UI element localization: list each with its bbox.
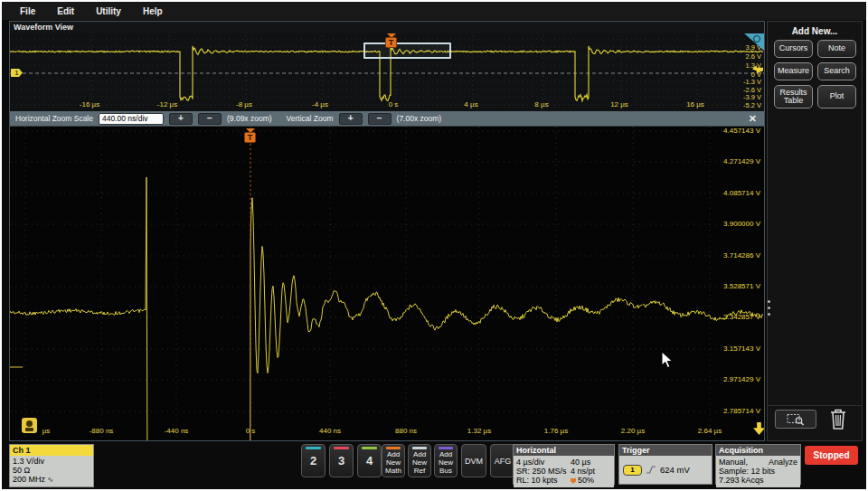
button-line: Add xyxy=(435,450,457,458)
dvm-button[interactable]: DVM xyxy=(461,444,486,477)
trigger-flag[interactable]: T xyxy=(244,132,256,143)
channel-color-stripe xyxy=(306,447,321,449)
overview-time-tick: -8 µs xyxy=(236,100,252,109)
button-line: Ref xyxy=(409,467,430,475)
trigger-badge[interactable]: Trigger 1 624 mV xyxy=(618,444,712,485)
acquisition-title: Acquisition xyxy=(716,445,800,456)
channel-buttons: 234 xyxy=(301,444,382,477)
v-zoom-plus-button[interactable]: + xyxy=(339,113,363,125)
main-time-tick: µs xyxy=(42,427,51,435)
channel-2-button[interactable]: 2 xyxy=(301,444,326,477)
main-volt-tick: 3.528571 V xyxy=(723,282,760,290)
expansion-point-icon xyxy=(571,478,576,484)
horizontal-badge[interactable]: Horizontal 4 µs/div40 µsSR: 250 MS/s4 ns… xyxy=(513,444,615,485)
acquisition-mode: Manual, xyxy=(719,458,748,467)
zoom-region-box[interactable] xyxy=(363,42,451,59)
sidebar-button-search[interactable]: Search xyxy=(817,62,856,80)
trigger-level: 624 mV xyxy=(660,465,690,475)
main-volt-tick: 3.714286 V xyxy=(723,251,760,260)
trash-button[interactable] xyxy=(827,406,849,431)
v-zoom-factor: (7.00x zoom) xyxy=(397,114,442,123)
overview-time-tick: -16 µs xyxy=(80,100,99,109)
overview-time-tick: 8 µs xyxy=(534,100,548,109)
trigger-title: Trigger xyxy=(619,445,712,456)
overview-time-tick: 4 µs xyxy=(464,100,477,109)
trigger-flag[interactable]: T xyxy=(385,37,397,48)
panel-splitter-handle[interactable] xyxy=(766,300,771,322)
horizontal-right-value: 50% xyxy=(571,476,611,485)
main-volt-tick: 2.785714 V xyxy=(723,407,760,415)
overview-time-tick: 16 µs xyxy=(686,100,704,109)
main-time-tick: 0 s xyxy=(246,427,256,435)
overview-volt-tick: -3.9 V xyxy=(743,93,761,101)
horizontal-zoom-scale-input[interactable] xyxy=(99,113,164,125)
main-volt-tick: 3.900000 V xyxy=(723,220,760,228)
channel-color-stripe xyxy=(362,447,377,449)
source-color-stripe xyxy=(439,447,453,449)
main-time-tick: 1.32 µs xyxy=(467,427,491,435)
horizontal-left-value: 4 µs/div xyxy=(516,458,571,467)
sidebar-button-plot[interactable]: Plot xyxy=(817,85,856,109)
button-line: New xyxy=(435,458,457,467)
overview-volt-tick: 1.3 V xyxy=(745,61,761,70)
sidebar-button-results-table[interactable]: Results Table xyxy=(774,85,813,109)
main-time-tick: -880 ns xyxy=(90,427,114,435)
right-sidebar: Add New... CursorsNoteMeasureSearchResul… xyxy=(767,21,863,441)
acquisition-analyze: Analyze xyxy=(769,458,797,467)
add-new-math-button[interactable]: AddNewMath xyxy=(382,444,405,477)
menu-file[interactable]: File xyxy=(20,6,35,16)
main-graticule[interactable]: T 4.457143 V4.271429 V4.085714 V3.900000… xyxy=(10,127,764,440)
oscilloscope-app: FileEditUtilityHelp Waveform View T 1 -1… xyxy=(2,2,866,489)
channel1-badge[interactable]: Ch 1 1.3 V/div50 Ω200 MHz ∿ xyxy=(9,444,94,487)
h-zoom-minus-button[interactable]: − xyxy=(198,113,222,125)
acquisition-badge[interactable]: Acquisition Manual, Analyze Sample: 12 b… xyxy=(715,444,801,485)
horizontal-row: 4 µs/div40 µs xyxy=(516,458,611,467)
main-time-tick: 880 ns xyxy=(395,427,417,435)
horizontal-settings: 4 µs/div40 µsSR: 250 MS/s4 ns/ptRL: 10 k… xyxy=(514,456,614,487)
trigger-source-pill: 1 xyxy=(623,465,642,476)
button-line: Bus xyxy=(435,467,457,475)
channel-color-stripe xyxy=(334,447,349,449)
menu-help[interactable]: Help xyxy=(143,6,163,16)
add-new-ref-button[interactable]: AddNewRef xyxy=(408,444,431,477)
overview-graticule[interactable]: T 1 -16 µs-12 µs-8 µs-4 µs0 s4 µs8 µs12 … xyxy=(10,33,764,112)
menu-utility[interactable]: Utility xyxy=(96,6,121,16)
add-new-title: Add New... xyxy=(768,26,862,36)
menu-edit[interactable]: Edit xyxy=(57,6,74,16)
channel1-name: Ch 1 xyxy=(10,445,93,456)
zoom-tool-button[interactable] xyxy=(775,410,816,429)
h-zoom-factor: (9.09x zoom) xyxy=(227,114,272,123)
main-volt-tick: 4.271429 V xyxy=(723,157,760,165)
overview-time-tick: -12 µs xyxy=(157,100,177,109)
main-volt-tick: 4.085714 V xyxy=(723,189,760,197)
overview-time-tick: 12 µs xyxy=(610,100,628,109)
add-new-bus-button[interactable]: AddNewBus xyxy=(434,444,458,477)
h-zoom-plus-button[interactable]: + xyxy=(169,113,193,125)
marker-bar-icon xyxy=(25,428,33,431)
run-stop-state-button[interactable]: Stopped xyxy=(805,446,858,465)
overview-time-tick: 0 s xyxy=(389,100,399,109)
channel1-setting: 200 MHz ∿ xyxy=(13,475,90,485)
trash-icon xyxy=(827,406,849,431)
channel-4-button[interactable]: 4 xyxy=(357,444,382,477)
sidebar-button-measure[interactable]: Measure xyxy=(774,62,813,80)
sidebar-button-cursors[interactable]: Cursors xyxy=(774,40,813,58)
source-color-stripe xyxy=(412,447,427,449)
v-zoom-minus-button[interactable]: − xyxy=(368,113,392,125)
sidebar-button-note[interactable]: Note xyxy=(817,40,856,58)
close-zoom-bar-icon[interactable]: ✕ xyxy=(749,113,757,125)
main-plot xyxy=(10,127,764,440)
overview-volt-tick: 2.6 V xyxy=(745,52,761,61)
channel-3-button[interactable]: 3 xyxy=(329,444,354,477)
main-time-tick: 1.76 µs xyxy=(544,427,568,435)
afg-button[interactable]: AFG xyxy=(490,444,515,477)
rising-edge-icon xyxy=(646,465,656,475)
channel1-setting: 50 Ω xyxy=(13,466,90,475)
overview-time-tick: -4 µs xyxy=(312,100,328,109)
channel1-offset-marker[interactable] xyxy=(22,418,37,433)
main-volt-tick: 2.971429 V xyxy=(723,375,760,383)
marker-dot-icon xyxy=(26,420,33,427)
acquisition-sample: Sample: 12 bits xyxy=(719,467,797,476)
channel1-settings: 1.3 V/div50 Ω200 MHz ∿ xyxy=(10,456,93,486)
ch1-zoom-trace xyxy=(250,198,764,440)
